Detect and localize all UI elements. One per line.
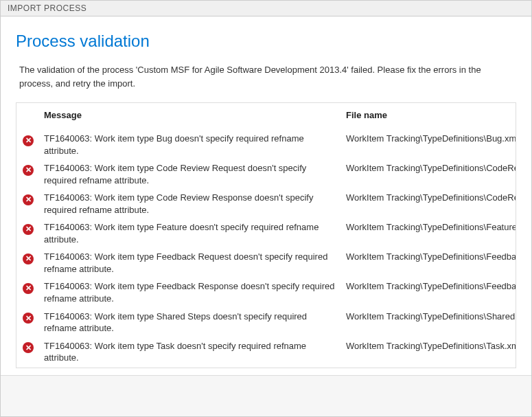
table-row[interactable]: ✕TF1640063: Work item type Shared Steps … [16,308,516,337]
table-row[interactable]: ✕TF1640063: Work item type Feedback Resp… [16,278,516,307]
error-filename: WorkItem Tracking\TypeDefinitions\CodeRe… [342,159,516,189]
error-icon: ✕ [23,342,34,353]
error-filename: WorkItem Tracking\TypeDefinitions\Bug.xm… [342,130,516,159]
validation-description: The validation of the process 'Custom MS… [16,63,516,90]
error-icon-cell: ✕ [16,130,40,159]
error-filename: WorkItem Tracking\TypeDefinitions\CodeRe… [342,189,516,218]
table-row[interactable]: ✕TF1640063: Work item type Feedback Requ… [16,248,516,278]
column-header-icon[interactable] [16,103,40,130]
error-icon-cell: ✕ [16,278,40,307]
error-icon: ✕ [23,194,34,205]
page-title: Process validation [16,32,516,51]
error-icon: ✕ [23,283,34,294]
error-icon-cell: ✕ [16,308,40,337]
table-row[interactable]: ✕TF1640063: Work item type Feature doesn… [16,218,516,248]
table-row[interactable]: ✕TF1640063: Work item type Task doesn't … [16,337,516,367]
error-icon: ✕ [23,313,34,324]
error-message: TF1640063: Work item type Code Review Re… [40,159,342,189]
error-filename: WorkItem Tracking\TypeDefinitions\Task.x… [342,337,516,367]
error-icon: ✕ [23,224,34,235]
error-icon-cell: ✕ [16,159,40,189]
error-icon: ✕ [23,135,34,146]
error-filename: WorkItem Tracking\TypeDefinitions\Featur… [342,218,516,248]
window-title: IMPORT PROCESS [8,3,86,13]
error-icon: ✕ [23,165,34,176]
error-filename: WorkItem Tracking\TypeDefinitions\Feedba… [342,278,516,307]
error-message: TF1640063: Work item type Code Review Re… [40,189,342,218]
error-message: TF1640063: Work item type Bug doesn't sp… [40,130,342,159]
error-icon-cell: ✕ [16,248,40,278]
error-table: Message File name ✕TF1640063: Work item … [16,103,516,367]
dialog-footer [1,375,531,416]
error-icon-cell: ✕ [16,337,40,367]
error-message: TF1640063: Work item type Feedback Reque… [40,248,342,278]
table-row[interactable]: ✕TF1640063: Work item type Code Review R… [16,159,516,189]
error-filename: WorkItem Tracking\TypeDefinitions\Shared… [342,308,516,337]
table-row[interactable]: ✕TF1640063: Work item type Bug doesn't s… [16,130,516,159]
error-icon: ✕ [23,253,34,264]
error-message: TF1640063: Work item type Feature doesn'… [40,218,342,248]
error-table-container: Message File name ✕TF1640063: Work item … [16,102,516,368]
error-icon-cell: ✕ [16,189,40,218]
error-message: TF1640063: Work item type Task doesn't s… [40,337,342,367]
error-icon-cell: ✕ [16,218,40,248]
window-titlebar: IMPORT PROCESS [1,1,531,16]
column-header-filename[interactable]: File name [342,103,516,130]
table-row[interactable]: ✕TF1640063: Work item type Code Review R… [16,189,516,218]
error-filename: WorkItem Tracking\TypeDefinitions\Feedba… [342,248,516,278]
error-message: TF1640063: Work item type Shared Steps d… [40,308,342,337]
column-header-message[interactable]: Message [40,103,342,130]
error-message: TF1640063: Work item type Feedback Respo… [40,278,342,307]
content-area: Process validation The validation of the… [1,16,531,375]
